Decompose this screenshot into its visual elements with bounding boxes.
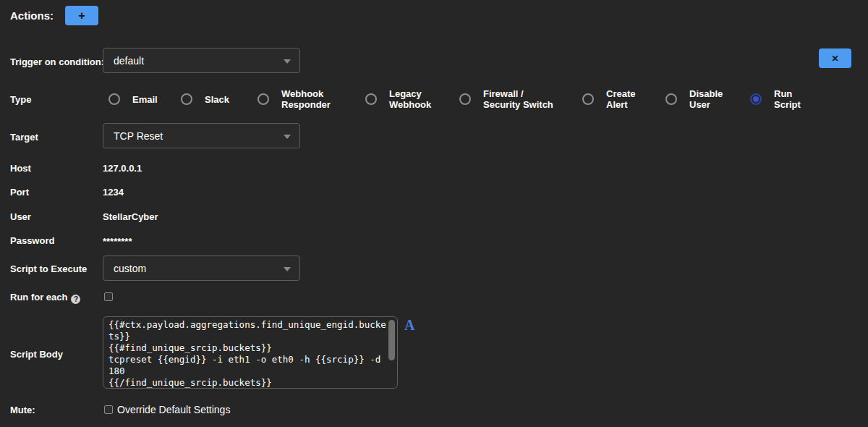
help-icon[interactable]: ? <box>71 295 80 304</box>
run-for-each-checkbox[interactable] <box>104 292 113 301</box>
trigger-condition-label: Trigger on condition: <box>10 56 104 67</box>
port-label: Port <box>10 187 29 198</box>
chevron-down-icon <box>284 267 291 271</box>
type-option-label: Firewall / Security Switch <box>483 88 557 110</box>
mute-override-checkbox[interactable] <box>104 405 113 414</box>
port-value: 1234 <box>103 187 124 198</box>
radio-icon <box>665 93 677 105</box>
type-option-label: Disable User <box>689 88 728 110</box>
radio-icon <box>459 93 471 105</box>
script-body-textarea[interactable]: {{#ctx.payload.aggregations.find_unique_… <box>103 316 398 389</box>
radio-icon <box>365 93 377 105</box>
type-option-create-alert[interactable]: Create Alert <box>582 80 642 118</box>
radio-icon <box>181 93 192 105</box>
type-option-label: Email <box>132 94 158 105</box>
host-label: Host <box>10 163 31 174</box>
user-label: User <box>10 211 31 222</box>
password-masked-value: ******** <box>103 236 132 247</box>
chevron-down-icon <box>284 135 291 139</box>
host-value: 127.0.0.1 <box>103 163 142 174</box>
script-to-execute-select[interactable]: custom <box>103 255 300 281</box>
actions-header: Actions: + <box>10 6 98 25</box>
run-for-each-label: Run for each? <box>10 292 80 304</box>
script-body-text: {{#ctx.payload.aggregations.find_unique_… <box>109 319 388 389</box>
type-option-run-script[interactable]: Run Script <box>750 80 807 118</box>
radio-selected-icon <box>750 93 762 105</box>
actions-label: Actions: <box>10 9 54 22</box>
type-option-label: Run Script <box>774 88 807 110</box>
chevron-down-icon <box>284 59 291 64</box>
script-to-execute-label: Script to Execute <box>10 263 87 274</box>
type-option-label: Webhook Responder <box>281 88 335 110</box>
radio-icon <box>109 93 120 105</box>
type-option-label: Legacy Webhook <box>389 88 435 110</box>
script-body-label: Script Body <box>10 349 63 360</box>
type-option-slack[interactable]: Slack <box>181 80 229 118</box>
target-value: TCP Reset <box>114 130 163 142</box>
scrollbar-thumb[interactable] <box>388 320 395 360</box>
font-format-icon[interactable]: A <box>404 317 414 334</box>
type-option-label: Create Alert <box>606 88 642 110</box>
type-option-legacy-webhook[interactable]: Legacy Webhook <box>365 80 435 118</box>
type-radio-group: Email Slack Webhook Responder Legacy Web… <box>0 80 868 118</box>
trigger-condition-value: default <box>114 55 144 67</box>
radio-icon <box>582 93 594 105</box>
add-action-button[interactable]: + <box>65 6 98 25</box>
password-label: Password <box>10 235 54 246</box>
mute-label: Mute: <box>10 405 35 415</box>
type-option-firewall-security-switch[interactable]: Firewall / Security Switch <box>459 80 557 118</box>
script-to-execute-value: custom <box>114 263 146 274</box>
run-for-each-label-text: Run for each <box>10 292 67 303</box>
remove-action-button[interactable]: ✕ <box>819 48 851 68</box>
target-label: Target <box>10 132 38 143</box>
user-value: StellarCyber <box>103 211 158 222</box>
radio-icon <box>258 93 269 105</box>
type-option-webhook-responder[interactable]: Webhook Responder <box>258 80 335 118</box>
type-option-label: Slack <box>205 94 229 105</box>
target-select[interactable]: TCP Reset <box>103 123 300 148</box>
mute-override-label: Override Default Settings <box>117 404 230 415</box>
type-option-email[interactable]: Email <box>109 80 158 118</box>
type-option-disable-user[interactable]: Disable User <box>665 80 728 118</box>
trigger-condition-select[interactable]: default <box>103 48 300 73</box>
